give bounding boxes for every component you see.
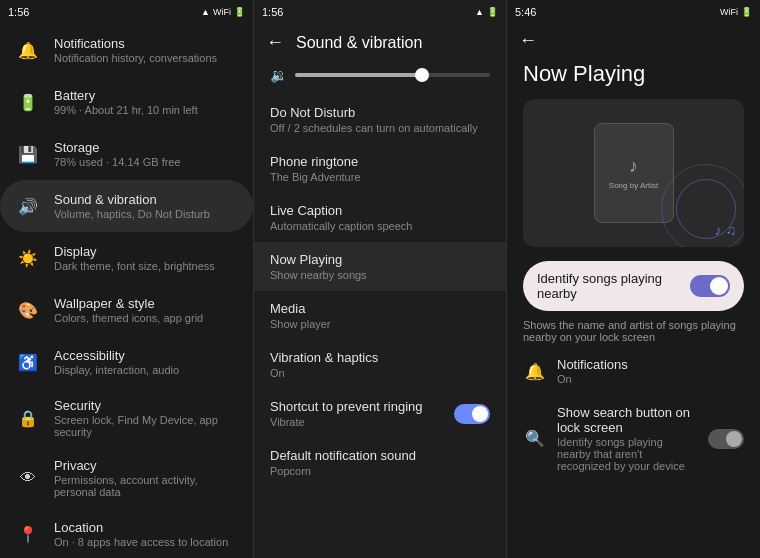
- status-icons-3: WiFi 🔋: [720, 7, 752, 17]
- status-icons-2: ▲ 🔋: [475, 7, 498, 17]
- np-notifications-sub: On: [557, 373, 744, 385]
- wallpaper-icon: 🎨: [12, 294, 44, 326]
- settings-list: 🔔 Notifications Notification history, co…: [0, 24, 253, 558]
- sound-menu-live-caption-title: Live Caption: [270, 203, 490, 218]
- sidebar-item-security[interactable]: 🔒 Security Screen lock, Find My Device, …: [0, 388, 253, 448]
- sound-menu-item-phone-ringtone[interactable]: Phone ringtone The Big Adventure: [254, 144, 506, 193]
- sidebar-item-wallpaper[interactable]: 🎨 Wallpaper & style Colors, themed icons…: [0, 284, 253, 336]
- music-note-icon: ♪: [629, 156, 638, 177]
- np-search-button-item[interactable]: 🔍 Show search button on lock screen Iden…: [507, 395, 760, 482]
- settings-item-accessibility-sub: Display, interaction, audio: [54, 364, 179, 376]
- sound-menu-now-playing-title: Now Playing: [270, 252, 490, 267]
- settings-item-notifications-title: Notifications: [54, 36, 217, 51]
- volume-slider-area: 🔉: [254, 61, 506, 95]
- sidebar-item-display[interactable]: ☀️ Display Dark theme, font size, bright…: [0, 232, 253, 284]
- privacy-icon: 👁: [12, 462, 44, 494]
- back-button-3[interactable]: ←: [507, 24, 760, 57]
- identify-row[interactable]: Identify songs playing nearby: [523, 261, 744, 311]
- accessibility-icon: ♿: [12, 346, 44, 378]
- settings-item-storage-sub: 78% used · 14.14 GB free: [54, 156, 181, 168]
- status-bar-3: 5:46 WiFi 🔋: [507, 0, 760, 24]
- settings-item-notifications-sub: Notification history, conversations: [54, 52, 217, 64]
- sidebar-item-accessibility[interactable]: ♿ Accessibility Display, interaction, au…: [0, 336, 253, 388]
- panel-now-playing: 5:46 WiFi 🔋 ← Now Playing ♪ Song by Arti…: [506, 0, 760, 558]
- sound-menu-item-default-notification-sound[interactable]: Default notification sound Popcorn: [254, 438, 506, 487]
- volume-slider-thumb[interactable]: [415, 68, 429, 82]
- sidebar-item-notifications[interactable]: 🔔 Notifications Notification history, co…: [0, 24, 253, 76]
- identify-label: Identify songs playing nearby: [537, 271, 690, 301]
- settings-item-wallpaper-title: Wallpaper & style: [54, 296, 203, 311]
- sound-menu-item-vibration-haptics[interactable]: Vibration & haptics On: [254, 340, 506, 389]
- np-notifications-item[interactable]: 🔔 Notifications On: [507, 347, 760, 395]
- settings-item-privacy-title: Privacy: [54, 458, 241, 473]
- sidebar-item-sound[interactable]: 🔊 Sound & vibration Volume, haptics, Do …: [0, 180, 253, 232]
- battery-icon-2: 🔋: [487, 7, 498, 17]
- search-toggle[interactable]: [708, 429, 744, 449]
- np-notifications-text: Notifications On: [557, 357, 744, 385]
- display-icon: ☀️: [12, 242, 44, 274]
- sound-menu-vibration-haptics-title: Vibration & haptics: [270, 350, 490, 365]
- battery-icon: 🔋: [12, 86, 44, 118]
- search-toggle-knob: [726, 431, 742, 447]
- sound-menu-live-caption-sub: Automatically caption speech: [270, 220, 490, 232]
- notifications-icon: 🔔: [12, 34, 44, 66]
- volume-slider-track[interactable]: [295, 73, 490, 77]
- sidebar-item-storage[interactable]: 💾 Storage 78% used · 14.14 GB free: [0, 128, 253, 180]
- np-search-title: Show search button on lock screen: [557, 405, 698, 435]
- settings-item-display-title: Display: [54, 244, 215, 259]
- sidebar-item-privacy[interactable]: 👁 Privacy Permissions, account activity,…: [0, 448, 253, 508]
- settings-item-battery-title: Battery: [54, 88, 198, 103]
- sound-menu-do-not-disturb-sub: Off / 2 schedules can turn on automatica…: [270, 122, 490, 134]
- music-card: ♪ Song by Artist ♪ ♫: [523, 99, 744, 247]
- settings-item-sound-sub: Volume, haptics, Do Not Disturb: [54, 208, 210, 220]
- sound-menu-item-shortcut-prevent-ringing[interactable]: Shortcut to prevent ringing Vibrate: [254, 389, 506, 438]
- battery-icon-3: 🔋: [741, 7, 752, 17]
- sound-menu-item-do-not-disturb[interactable]: Do Not Disturb Off / 2 schedules can tur…: [254, 95, 506, 144]
- settings-item-wallpaper-sub: Colors, themed icons, app grid: [54, 312, 203, 324]
- sidebar-item-battery[interactable]: 🔋 Battery 99% · About 21 hr, 10 min left: [0, 76, 253, 128]
- toggle-shortcut-prevent-ringing-knob: [472, 406, 488, 422]
- search-lock-icon: 🔍: [523, 429, 547, 448]
- settings-item-sound-title: Sound & vibration: [54, 192, 210, 207]
- np-notifications-title: Notifications: [557, 357, 744, 372]
- storage-icon: 💾: [12, 138, 44, 170]
- battery-icon: 🔋: [234, 7, 245, 17]
- floating-notes-icon: ♪ ♫: [715, 222, 736, 238]
- sidebar-item-location[interactable]: 📍 Location On · 8 apps have access to lo…: [0, 508, 253, 558]
- settings-item-accessibility-title: Accessibility: [54, 348, 179, 363]
- sound-menu-media-sub: Show player: [270, 318, 490, 330]
- music-card-label: Song by Artist: [609, 181, 658, 190]
- panel-sound-vibration: 1:56 ▲ 🔋 ← Sound & vibration 🔉 Do Not Di…: [253, 0, 506, 558]
- sound-menu-phone-ringtone-sub: The Big Adventure: [270, 171, 490, 183]
- sound-menu-item-live-caption[interactable]: Live Caption Automatically caption speec…: [254, 193, 506, 242]
- np-search-sub: Identify songs playing nearby that aren'…: [557, 436, 698, 472]
- sound-menu-item-media[interactable]: Media Show player: [254, 291, 506, 340]
- decorative-circles: ♪ ♫: [715, 221, 736, 239]
- status-time-2: 1:56: [262, 6, 283, 18]
- panel-settings-list: 1:56 ▲ WiFi 🔋 🔔 Notifications Notificati…: [0, 0, 253, 558]
- back-button-2[interactable]: ←: [266, 32, 284, 53]
- identify-toggle[interactable]: [690, 275, 730, 297]
- settings-item-location-title: Location: [54, 520, 228, 535]
- sound-menu-item-now-playing[interactable]: Now Playing Show nearby songs: [254, 242, 506, 291]
- sound-menu-do-not-disturb-title: Do Not Disturb: [270, 105, 490, 120]
- sound-menu-list: Do Not Disturb Off / 2 schedules can tur…: [254, 95, 506, 487]
- settings-item-display-sub: Dark theme, font size, brightness: [54, 260, 215, 272]
- security-icon: 🔒: [12, 402, 44, 434]
- wifi-icon-3: WiFi: [720, 7, 738, 17]
- signal-icon-2: ▲: [475, 7, 484, 17]
- status-time-3: 5:46: [515, 6, 536, 18]
- status-bar-2: 1:56 ▲ 🔋: [254, 0, 506, 24]
- settings-item-security-sub: Screen lock, Find My Device, app securit…: [54, 414, 241, 438]
- sound-menu-phone-ringtone-title: Phone ringtone: [270, 154, 490, 169]
- sound-menu-shortcut-prevent-ringing-sub: Vibrate: [270, 416, 422, 428]
- toggle-shortcut-prevent-ringing[interactable]: [454, 404, 490, 424]
- sound-menu-media-title: Media: [270, 301, 490, 316]
- status-icons-1: ▲ WiFi 🔋: [201, 7, 245, 17]
- sound-icon: 🔊: [12, 190, 44, 222]
- signal-icon: ▲: [201, 7, 210, 17]
- volume-low-icon: 🔉: [270, 67, 287, 83]
- location-icon: 📍: [12, 518, 44, 550]
- identify-description: Shows the name and artist of songs playi…: [507, 311, 760, 347]
- settings-item-location-sub: On · 8 apps have access to location: [54, 536, 228, 548]
